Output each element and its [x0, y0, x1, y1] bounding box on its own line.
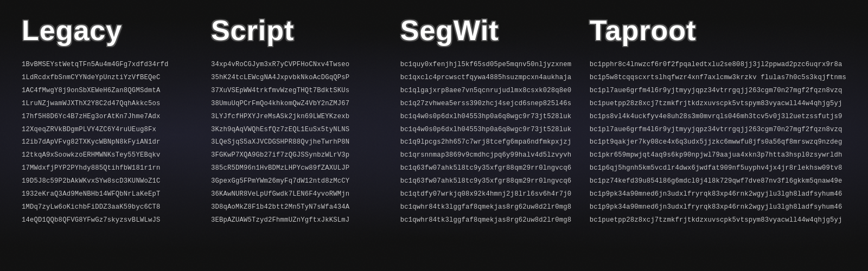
- address-item[interactable]: 3Kzh9qAqVWQhEsfQz7zEQL1EuSx5tyNLNS: [211, 125, 384, 135]
- address-item[interactable]: 36KAwNUR8VeLpUfGwdk7LEN6F4yvoRWMjn: [211, 189, 384, 199]
- header-script: Script: [211, 16, 384, 44]
- header-legacy: Legacy: [22, 16, 195, 44]
- column-taproot: Taprootbc1pphr8c4lnwzcf6r0f2fpqaledtxlu2…: [590, 16, 846, 225]
- address-item[interactable]: bc1pkr659mpwjqt4aq9s6kp90npjwl79aajua4xk…: [590, 150, 846, 160]
- column-segwit: SegWitbc1quy0xfenjhjl5kf65sd05pe5mqnv50n…: [400, 16, 573, 225]
- address-item[interactable]: bc1q63fw07ahk5l8tc9y35xfgr88qm29rr0lngvc…: [400, 176, 573, 186]
- address-item[interactable]: 19D5J8c59P2bAkWKvxSYw8scD3KUNWoZ1C: [22, 176, 195, 186]
- address-item[interactable]: 34xp4vRoCGJym3xR7yCVPFHoCNxv4Twseo: [211, 60, 384, 70]
- address-item[interactable]: 385cR5DM96n1HvBDMzLHPYcw89fZAXULJP: [211, 163, 384, 173]
- column-legacy: Legacy1BvBMSEYstWetqTFn5Au4m4GFg7xdfd34r…: [22, 16, 195, 225]
- address-item[interactable]: 1BvBMSEYstWetqTFn5Au4m4GFg7xdfd34rfd: [22, 60, 195, 70]
- address-item[interactable]: 1LdRcdxfbSnmCYYNdeYpUnztiYzVfBEQeC: [22, 73, 195, 83]
- address-item[interactable]: 12tkqA9xSoowkzoERHMWNKsTey55YEBqkv: [22, 150, 195, 160]
- address-item[interactable]: bc1qrsnnmap3869v9cmdhcjpq6y99halv4d5lzvy…: [400, 150, 573, 160]
- header-taproot: Taproot: [590, 16, 846, 44]
- address-item[interactable]: bc1q4w0s0p6dxlh04553hp0a6q8wgc9r73jt528l…: [400, 112, 573, 122]
- address-item[interactable]: 3LYJfcfHPXYJreMsASk2jkn69LWEYKzexb: [211, 112, 384, 122]
- address-item[interactable]: bc1quy0xfenjhjl5kf65sd05pe5mqnv50nljyzxn…: [400, 60, 573, 70]
- address-item[interactable]: 3FGKwP7XQA9Gb27if7zQGJSSynbzWLrV3p: [211, 150, 384, 160]
- address-item[interactable]: 1AC4fMwgY8j9onSbXEWeH6Zan8QGMSdmtA: [22, 86, 195, 96]
- address-item[interactable]: 3GpexGg5FPmYWm26myFq7dW12ntd8zMcCY: [211, 176, 384, 186]
- address-item[interactable]: bc1pl7aue6grfm4l6r9yjtmyyjqpz34vtrrgqjj2…: [590, 125, 846, 135]
- address-item[interactable]: bc1q63fw07ahk5l8tc9y35xfgr88qm29rr0lngvc…: [400, 163, 573, 173]
- address-item[interactable]: bc1pz74kefd39u854l86g6mdcl0j4l8k729qwf7d…: [590, 176, 846, 186]
- address-item[interactable]: 3LQeSjqS5aXJVCDGSHPR88QvjheTwrhP8N: [211, 137, 384, 147]
- address-item[interactable]: bc1p5w8tcqqscxrtslhqfwzr4xnf7axlcmw3krzk…: [590, 73, 846, 83]
- address-list-segwit: bc1quy0xfenjhjl5kf65sd05pe5mqnv50nljyzxn…: [400, 60, 573, 225]
- main-columns: Legacy1BvBMSEYstWetqTFn5Au4m4GFg7xdfd34r…: [22, 16, 846, 225]
- address-item[interactable]: 1MDq7zyLw6oKichbFiDDZ3aaK59byc6CT8: [22, 202, 195, 212]
- address-item[interactable]: bc1p9pk34a90mned6jn3udxlfryrqk83xp46rnk2…: [590, 202, 846, 212]
- address-item[interactable]: bc1pphr8c4lnwzcf6r0f2fpqaledtxlu2se808jj…: [590, 60, 846, 70]
- address-item[interactable]: bc1puetpp28z8xcj7tzmkfrjtkdzxuvscpk5vtsp…: [590, 215, 846, 225]
- address-item[interactable]: bc1q27zvhwea5erss390zhcj4sejcd6snep825l4…: [400, 99, 573, 109]
- address-item[interactable]: bc1qxclc4prcwsctfqywa4885hsuzmpcxn4aukha…: [400, 73, 573, 83]
- address-item[interactable]: bc1qlgajxrp8aee7vn5qcnrujudlmx8csxk028q8…: [400, 86, 573, 96]
- address-list-taproot: bc1pphr8c4lnwzcf6r0f2fpqaledtxlu2se808jj…: [590, 60, 846, 225]
- address-item[interactable]: bc1puetpp28z8xcj7tzmkfrjtkdzxuvscpk5vtsp…: [590, 99, 846, 109]
- address-list-script: 34xp4vRoCGJym3xR7yCVPFHoCNxv4Twseo35hK24…: [211, 60, 384, 225]
- address-item[interactable]: 38UmuUqPCrFmQo4khkomQwZ4VbY2nZMJ67: [211, 99, 384, 109]
- address-list-legacy: 1BvBMSEYstWetqTFn5Au4m4GFg7xdfd34rfd1LdR…: [22, 60, 195, 225]
- address-item[interactable]: bc1q9lpcgs2hh657c7wrj8tcefg6mpa6ndfmkpxj…: [400, 137, 573, 147]
- header-segwit: SegWit: [400, 16, 573, 44]
- address-item[interactable]: 3EBpAZUAW5Tzyd2FhmmUZnYgftxJkKSLmJ: [211, 215, 384, 225]
- address-item[interactable]: bc1p9pk34a90mned6jn3udxlfryrqk83xp46rnk2…: [590, 189, 846, 199]
- address-item[interactable]: 1932eKraQ3Ad9MeNBHb14WFQbNrLaKeEpT: [22, 189, 195, 199]
- address-item[interactable]: bc1pl7aue6grfm4l6r9yjtmyyjqpz34vtrrgqjj2…: [590, 86, 846, 96]
- address-item[interactable]: bc1pt9qakjer7ky08ce4x6q3udx5jjzkc6mwwfu8…: [590, 137, 846, 147]
- address-item[interactable]: 17MWdxfjPYP2PYhdy885QtihfbW181r1rn: [22, 163, 195, 173]
- address-item[interactable]: bc1qwhr84tk3lggfaf8qmekjas8rg62uw8d2lr0m…: [400, 202, 573, 212]
- address-item[interactable]: 12ib7dApVFvg82TXKycWBNpN8kFyiAN1dr: [22, 137, 195, 147]
- address-item[interactable]: bc1q4w0s0p6dxlh04553hp0a6q8wgc9r73jt528l…: [400, 125, 573, 135]
- address-item[interactable]: 12XqeqZRVkBDgmPLVY4ZC6Y4ruUEug8Fx: [22, 125, 195, 135]
- address-item[interactable]: bc1qtdfy07wrkjq08x92k4hmnj2j8lrl6sv6h4r7…: [400, 189, 573, 199]
- address-item[interactable]: 14eQD1QQb8QFVG8YFwGz7skyzsvBLWLwJS: [22, 215, 195, 225]
- address-item[interactable]: 1LruNZjwamWJXThX2Y8C2d47QqhAkkc5os: [22, 99, 195, 109]
- address-item[interactable]: 3D8qAoMkZ8F1b42btt2Mn5TyN7sWfa434A: [211, 202, 384, 212]
- column-script: Script34xp4vRoCGJym3xR7yCVPFHoCNxv4Twseo…: [211, 16, 384, 225]
- address-item[interactable]: bc1qwhr84tk3lggfaf8qmekjas8rg62uw8d2lr0m…: [400, 215, 573, 225]
- address-item[interactable]: bc1ps8vl4k4uckfyv4e8uh28s3m0mvrqls046mh3…: [590, 112, 846, 122]
- address-item[interactable]: bc1p6qj5hgnh5km5vcdlr4dwx6jwdfat909nf5uy…: [590, 163, 846, 173]
- address-item[interactable]: 37XuVSEpWW4trkfmvWzegTHQt7BdktSKUs: [211, 86, 384, 96]
- address-item[interactable]: 17hf5H8D6Yc4B7zHEg3orAtKn7Jhme7Adx: [22, 112, 195, 122]
- address-item[interactable]: 35hK24tcLEWcgNA4JxpvbkNkoAcDGqQPsP: [211, 73, 384, 83]
